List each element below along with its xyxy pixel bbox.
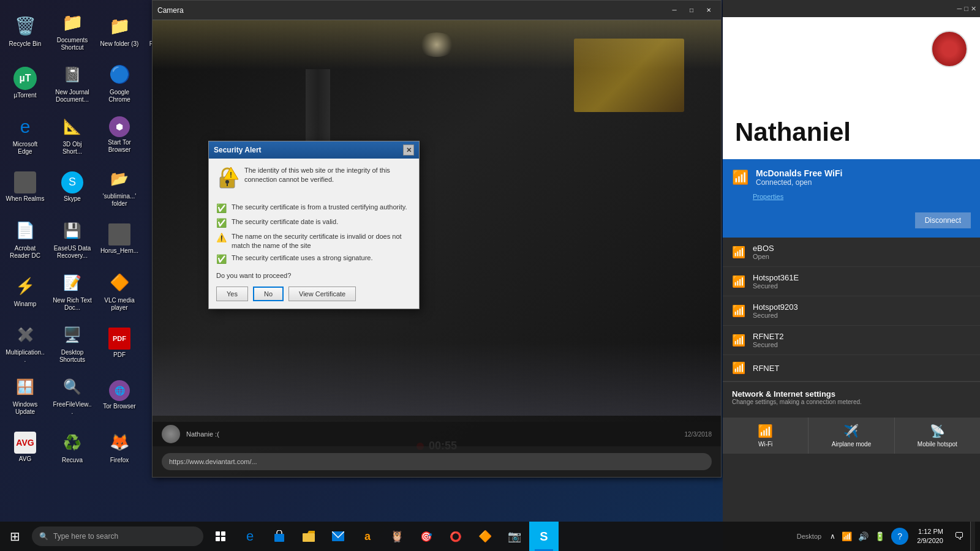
taskbar-skype[interactable]: S bbox=[529, 522, 559, 551]
minimize-button[interactable]: ─ bbox=[667, 5, 682, 16]
icon-vlc-media[interactable]: 🔶 VLC media player bbox=[97, 266, 141, 315]
battery-icon[interactable]: 🔋 bbox=[872, 529, 888, 544]
airplane-mode-button[interactable]: ✈️ Airplane mode bbox=[809, 418, 894, 454]
wifi-hotspot361-name: Hotspot361E bbox=[753, 273, 799, 282]
wifi-network-hotspot361[interactable]: 📶 Hotspot361E Secured bbox=[723, 267, 980, 296]
wifi-ebos-icon: 📶 bbox=[732, 246, 745, 259]
wifi-hotspot361-security: Secured bbox=[753, 282, 799, 290]
taskbar-edge[interactable]: e bbox=[235, 522, 265, 551]
desktop-label: Desktop bbox=[792, 533, 826, 540]
dialog-checks: ✅ The security certificate is from a tru… bbox=[216, 203, 412, 264]
close-button[interactable]: ✕ bbox=[701, 5, 716, 16]
mobile-hotspot-button[interactable]: 📡 Mobile hotspot bbox=[895, 418, 980, 454]
bg-minimize-btn[interactable]: ─ bbox=[957, 5, 962, 12]
wifi-bottom-section: Network & Internet settings Change setti… bbox=[723, 381, 980, 413]
taskbar-store[interactable] bbox=[265, 522, 294, 551]
svg-rect-7 bbox=[216, 537, 220, 541]
desktop: 🗑️ Recycle Bin µT µTorrent e Microsoft E… bbox=[0, 0, 980, 551]
icon-documents-shortcut[interactable]: 📁 Documents Shortcut bbox=[50, 6, 94, 55]
wifi-network-rfnet2[interactable]: 📶 RFNET2 Secured bbox=[723, 326, 980, 355]
wifi-network-name: McDonalds Free WiFi bbox=[756, 168, 842, 178]
icon-new-journal[interactable]: 📓 New Journal Document... bbox=[50, 58, 94, 107]
check-item-4: ✅ The security certificate uses a strong… bbox=[216, 253, 412, 264]
search-placeholder: Type here to search bbox=[53, 532, 118, 541]
icon-horus[interactable]: Horus_Hern... bbox=[97, 214, 141, 263]
user-panel-content: Nathaniel bbox=[723, 0, 980, 159]
message-row: Nathanie :( 12/3/2018 bbox=[153, 422, 721, 446]
check-item-3: ⚠️ The name on the security certificate … bbox=[216, 232, 412, 250]
icon-avg[interactable]: AVG AVG bbox=[3, 422, 47, 471]
icon-recycle-bin[interactable]: 🗑️ Recycle Bin bbox=[3, 6, 47, 55]
icon-freefileview[interactable]: 🔍 FreeFileView... bbox=[50, 370, 94, 419]
help-button[interactable]: ? bbox=[891, 528, 908, 545]
volume-icon[interactable]: 🔊 bbox=[856, 529, 871, 544]
user-avatar bbox=[931, 31, 968, 67]
icon-start-tor[interactable]: ⬢ Start Tor Browser bbox=[97, 110, 141, 159]
taskbar-clock[interactable]: 1:12 PM 2/9/2020 bbox=[912, 527, 948, 546]
wifi-network-hotspot9203[interactable]: 📶 Hotspot9203 Secured bbox=[723, 296, 980, 326]
taskbar-explorer[interactable] bbox=[294, 522, 323, 551]
wifi-disconnect-button[interactable]: Disconnect bbox=[915, 212, 971, 228]
icon-new-folder[interactable]: 📁 New folder (3) bbox=[97, 6, 141, 55]
taskbar-tripadvisor[interactable]: 🦉 bbox=[382, 522, 412, 551]
icon-desktop-shortcuts[interactable]: 🖥️ Desktop Shortcuts bbox=[50, 318, 94, 367]
icon-winamp[interactable]: ⚡ Winamp bbox=[3, 266, 47, 315]
icon-3d-obj[interactable]: 📐 3D Obj Short... bbox=[50, 110, 94, 159]
no-button[interactable]: No bbox=[253, 287, 284, 301]
wifi-ebos-info: eBOS Open bbox=[753, 244, 774, 260]
show-desktop-button[interactable] bbox=[970, 522, 975, 551]
search-icon: 🔍 bbox=[39, 532, 48, 541]
taskbar-amazon[interactable]: a bbox=[353, 522, 382, 551]
taskbar-mail[interactable] bbox=[323, 522, 353, 551]
taskbar-taskview[interactable] bbox=[206, 522, 235, 551]
icon-tor-browser[interactable]: 🌐 Tor Browser bbox=[97, 370, 141, 419]
svg-rect-8 bbox=[221, 537, 225, 541]
dialog-close-button[interactable]: ✕ bbox=[403, 144, 414, 156]
wifi-rfnet2-security: Secured bbox=[753, 341, 784, 348]
wifi-network-ebos[interactable]: 📶 eBOS Open bbox=[723, 238, 980, 267]
icon-windows-update[interactable]: 🪟 Windows Update bbox=[3, 370, 47, 419]
taskbar-unknown1[interactable]: 🎯 bbox=[412, 522, 441, 551]
check-text-4: The security certificate uses a strong s… bbox=[232, 253, 373, 262]
wifi-network-rfnet[interactable]: 📶 RFNET bbox=[723, 355, 980, 381]
icon-multiplication[interactable]: ✖️ Multiplication... bbox=[3, 318, 47, 367]
taskbar-right: Desktop ∧ 📶 🔊 🔋 ? 1:12 PM 2/9/2020 🗨 bbox=[787, 522, 980, 551]
icon-recuva[interactable]: ♻️ Recuva bbox=[50, 422, 94, 471]
taskbar-unknown2[interactable]: ⭕ bbox=[441, 522, 470, 551]
yes-button[interactable]: Yes bbox=[216, 287, 248, 301]
check-text-2: The security certificate date is valid. bbox=[232, 217, 338, 226]
airplane-label: Airplane mode bbox=[832, 441, 871, 448]
start-button[interactable]: ⊞ bbox=[0, 522, 29, 551]
dialog-message-text: The identity of this web site or the int… bbox=[244, 166, 412, 195]
user-name: Nathaniel bbox=[735, 118, 968, 147]
icon-skype[interactable]: S Skype bbox=[50, 162, 94, 211]
taskbar-camera[interactable]: 📷 bbox=[500, 522, 529, 551]
icon-when-realms[interactable]: When Realms bbox=[3, 162, 47, 211]
icon-rich-text[interactable]: 📝 New Rich Text Doc... bbox=[50, 266, 94, 315]
wifi-disconnect-container: Disconnect bbox=[732, 208, 971, 228]
taskbar-vlc[interactable]: 🔶 bbox=[470, 522, 500, 551]
wifi-button[interactable]: 📶 Wi-Fi bbox=[723, 418, 809, 454]
wifi-settings-subtitle: Change settings, making a connection met… bbox=[732, 399, 971, 405]
bg-maximize-btn[interactable]: □ bbox=[964, 5, 968, 12]
icon-utorrent[interactable]: µT µTorrent bbox=[3, 58, 47, 107]
icon-acrobat[interactable]: 📄 Acrobat Reader DC bbox=[3, 214, 47, 263]
maximize-button[interactable]: □ bbox=[684, 5, 699, 16]
icon-easeus[interactable]: 💾 EaseUS Data Recovery... bbox=[50, 214, 94, 263]
dialog-header: ! The identity of this web site or the i… bbox=[216, 166, 412, 195]
bg-close-btn[interactable]: ✕ bbox=[971, 5, 976, 13]
icon-sublime[interactable]: 📂 'sublimina...' folder bbox=[97, 162, 141, 211]
wifi-network-details: McDonalds Free WiFi Connected, open bbox=[756, 168, 842, 187]
notification-center[interactable]: 🗨 bbox=[949, 522, 969, 551]
wifi-properties-link[interactable]: Properties bbox=[753, 190, 971, 201]
view-certificate-button[interactable]: View Certificate bbox=[288, 287, 356, 301]
svg-point-1 bbox=[225, 180, 229, 184]
taskbar-chevron-up[interactable]: ∧ bbox=[827, 530, 838, 543]
icon-pdf[interactable]: PDF PDF bbox=[97, 318, 141, 367]
icon-google-chrome[interactable]: 🔵 Google Chrome bbox=[97, 58, 141, 107]
icon-microsoft-edge[interactable]: e Microsoft Edge bbox=[3, 110, 47, 159]
network-icon[interactable]: 📶 bbox=[839, 529, 854, 544]
icon-firefox[interactable]: 🦊 Firefox bbox=[97, 422, 141, 471]
search-bar[interactable]: 🔍 Type here to search bbox=[32, 527, 203, 546]
dialog-question-text: Do you want to proceed? bbox=[216, 272, 412, 279]
